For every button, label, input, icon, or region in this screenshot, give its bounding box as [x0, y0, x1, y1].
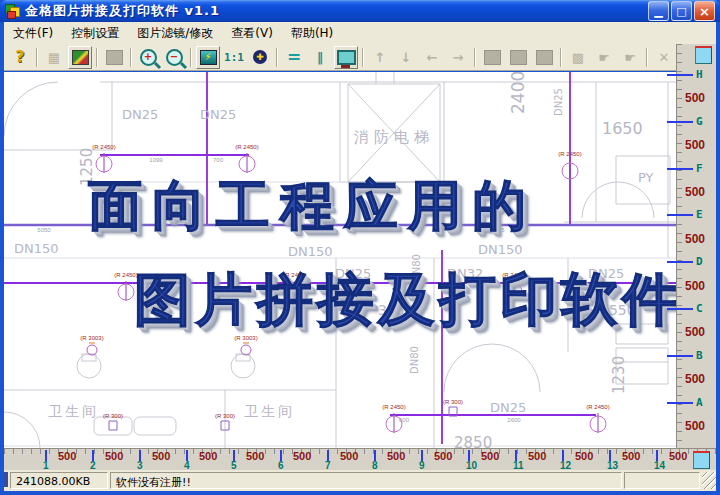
ruler-value: 500	[575, 450, 593, 462]
menu-view[interactable]: 查看(V)	[222, 22, 282, 45]
ruler-tick	[667, 121, 693, 123]
ruler-letter: B	[696, 349, 703, 362]
ruler-value: 500	[685, 372, 705, 386]
pipe-tick-label: 2600	[507, 417, 521, 423]
ruler-value: 500	[58, 450, 76, 462]
ruler-corner-swatch	[695, 46, 712, 64]
toolbar-separator	[96, 48, 98, 67]
delete-icon: ✕	[659, 51, 670, 64]
toolbar-separator	[474, 48, 476, 67]
ruler-value: 500	[387, 450, 405, 462]
ruler-value: 500	[685, 91, 705, 105]
stamp-button: ▩	[566, 46, 590, 69]
hand-a-icon: ☛	[598, 51, 610, 64]
menu-bar: 文件(F)控制设置图片滤镜/修改查看(V)帮助(H)	[4, 22, 716, 44]
ruler-letter: F	[696, 162, 703, 175]
block-b-button	[506, 46, 530, 69]
ruler-value: 500	[669, 450, 687, 462]
overlay-slogan-line2: 图片拼接及打印软件	[134, 262, 676, 339]
pipe-tick-label: 1099	[149, 157, 163, 163]
flash-view-button[interactable]: ⚡	[196, 46, 220, 69]
dimension-label: 卫生间	[48, 403, 99, 419]
zoom-in-button[interactable]: +	[136, 46, 160, 69]
minimize-button[interactable]: ▁	[648, 1, 669, 21]
ruler-value: 500	[685, 138, 705, 152]
dimension-label: DN25	[490, 400, 526, 415]
pipe-tick-label: 700	[213, 157, 224, 163]
move-up-button: ↑	[368, 46, 392, 69]
block-a-button	[480, 46, 504, 69]
ruler-tick	[667, 261, 693, 263]
dimension-label: DN150	[288, 244, 333, 259]
marker-label: (R 300)	[215, 413, 235, 419]
ruler-tick	[667, 168, 693, 170]
dimension-label: 2850	[454, 434, 492, 448]
split-vertical-button[interactable]: ‖	[308, 46, 332, 69]
title-bar[interactable]: 金格图片拼接及打印软件 v1.1 ▁ □ ×	[0, 0, 720, 22]
status-memory: 241088.00KB	[10, 472, 108, 489]
close-button[interactable]: ×	[694, 1, 715, 21]
horizontal-ruler: 1500250035004500550065007500850095001050…	[4, 448, 716, 470]
maximize-button[interactable]: □	[671, 1, 692, 21]
ruler-value: 500	[199, 450, 217, 462]
block-c-icon	[536, 50, 553, 65]
marker-box	[109, 421, 117, 430]
dimension-label: 1230	[610, 356, 628, 394]
toolbar-separator	[36, 48, 38, 67]
ruler-value: 500	[105, 450, 123, 462]
ruler-letter: H	[696, 68, 703, 81]
menu-help[interactable]: 帮助(H)	[282, 22, 342, 45]
zoom-in-icon: +	[140, 49, 157, 66]
ruler-letter: A	[696, 396, 703, 409]
dimension-label: 消防电梯	[354, 128, 434, 146]
toolbar-separator	[276, 48, 278, 67]
ruler-value: 500	[481, 450, 499, 462]
tile-grid-button: ▦	[42, 46, 66, 69]
status-message: 软件没有注册!!	[110, 472, 622, 489]
ruler-value: 500	[293, 450, 311, 462]
dimension-label: PY	[638, 170, 654, 185]
ruler-value: 500	[685, 185, 705, 199]
overlay-slogan-line1: 面向工程应用的	[88, 170, 536, 243]
marker-label: (R 2450)	[586, 404, 609, 410]
actual-size-button[interactable]: 1:1	[222, 46, 246, 69]
toolbar-separator	[190, 48, 192, 67]
status-bar: 241088.00KB 软件没有注册!!	[4, 470, 716, 491]
ruler-tick	[667, 74, 693, 76]
split-horizontal-button[interactable]: =	[282, 46, 306, 69]
help-button[interactable]: ?	[8, 46, 32, 69]
window-title: 金格图片拼接及打印软件 v1.1	[25, 2, 220, 20]
ruler-value: 500	[622, 450, 640, 462]
ruler-value: 500	[340, 450, 358, 462]
monitor-preview-button[interactable]	[334, 46, 358, 69]
double-door-arc	[444, 344, 540, 392]
dimension-label: DN150	[478, 242, 523, 257]
marker-label: (R 300)	[103, 413, 123, 419]
ruler-value: 500	[528, 450, 546, 462]
block-a-icon	[484, 50, 501, 65]
move-right-button: →	[446, 46, 470, 69]
status-extra-panel	[624, 472, 700, 489]
ruler-tick	[667, 402, 693, 404]
dimension-label: DN25	[122, 107, 158, 122]
zoom-out-button[interactable]: −	[162, 46, 186, 69]
ruler-tick	[667, 355, 693, 357]
image-filter-button[interactable]	[68, 46, 92, 69]
tile-grid-icon: ▦	[48, 51, 60, 64]
toolbar: ?▦+−⚡1:1✚=‖↑↓←→▩☛☛✕✂	[4, 44, 676, 71]
ruler-value: 500	[685, 325, 705, 339]
resize-grip[interactable]	[702, 472, 716, 489]
drawing-canvas[interactable]: DN25DN25消防电梯2400DN251650PY1250DN150DN150…	[4, 72, 676, 448]
ruler-letter: G	[696, 115, 703, 128]
menu-file[interactable]: 文件(F)	[4, 22, 62, 45]
toilet-fixture	[231, 354, 255, 378]
rotate-wheel-button[interactable]: ✚	[248, 46, 272, 69]
menu-image-filter-modify[interactable]: 图片滤镜/修改	[128, 22, 222, 45]
split-vertical-icon: ‖	[317, 51, 324, 64]
wall-lines	[4, 72, 676, 448]
menu-control-settings[interactable]: 控制设置	[62, 22, 128, 45]
rotate-wheel-icon: ✚	[253, 50, 267, 64]
bath-fixture	[94, 417, 132, 435]
block-c-button	[532, 46, 556, 69]
ruler-tick	[667, 214, 693, 216]
